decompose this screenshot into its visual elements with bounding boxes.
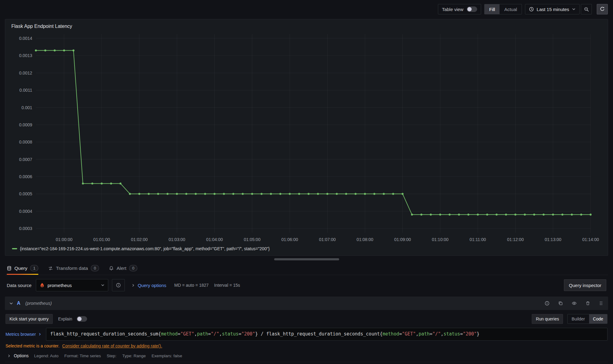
datasource-label: Data source: [7, 283, 32, 288]
max-data-points-text: MD = auto = 1827: [174, 283, 209, 288]
options-label[interactable]: Options: [14, 353, 29, 358]
query-input-row: Metrics browser flask_http_request_durat…: [5, 328, 608, 341]
svg-text:0.0012: 0.0012: [19, 71, 32, 75]
promql-input[interactable]: flask_http_request_duration_seconds_sum{…: [46, 328, 607, 341]
chevron-right-icon: [38, 333, 41, 336]
svg-text:01:07:00: 01:07:00: [319, 237, 336, 242]
query-row-header: A (prometheus): [5, 297, 608, 310]
info-circle-icon: [545, 301, 550, 306]
svg-text:01:05:00: 01:05:00: [244, 237, 261, 242]
tab-query[interactable]: Query 1: [7, 262, 38, 275]
toggle-knob: [77, 317, 82, 321]
builder-button[interactable]: Builder: [568, 314, 589, 324]
svg-text:01:12:00: 01:12:00: [507, 237, 524, 242]
latency-chart[interactable]: 0.00140.00130.00120.00110.0010.00090.000…: [10, 30, 603, 244]
datasource-picker[interactable]: prometheus: [36, 279, 108, 291]
query-options-label: Query options: [138, 283, 166, 288]
svg-text:0.0013: 0.0013: [19, 53, 32, 58]
metrics-browser-toggle[interactable]: Metrics browser: [6, 332, 46, 337]
actual-button[interactable]: Actual: [500, 4, 522, 14]
query-toolbar: Kick start your query Explain Run querie…: [5, 314, 608, 324]
toggle-knob: [467, 7, 472, 11]
tab-query-label: Query: [14, 266, 27, 271]
chevron-right-icon[interactable]: [7, 354, 11, 358]
interval-text: Interval = 15s: [214, 283, 240, 288]
refresh-button[interactable]: [597, 4, 608, 14]
tab-transform-label: Transform data: [56, 266, 88, 271]
legend-item[interactable]: {instance="ec2-184-169-216-224.us-west-1…: [10, 244, 603, 254]
query-warning-info-button[interactable]: [544, 300, 550, 306]
svg-text:01:14:00: 01:14:00: [582, 237, 599, 242]
eye-icon: [572, 301, 577, 306]
options-summary: Legend: AutoFormat: Time seriesStep:Type…: [34, 354, 182, 358]
copy-icon: [558, 301, 563, 306]
counter-warning-text: Selected metric is a counter.: [6, 343, 59, 348]
svg-text:01:09:00: 01:09:00: [394, 237, 411, 242]
datasource-help-button[interactable]: [112, 279, 125, 291]
svg-text:01:11:00: 01:11:00: [469, 237, 486, 242]
svg-text:0.0007: 0.0007: [19, 157, 32, 162]
tab-alert-count: 0: [129, 265, 137, 271]
latency-chart-svg[interactable]: 0.00140.00130.00120.00110.0010.00090.000…: [10, 30, 603, 244]
tab-transform-data[interactable]: Transform data 0: [48, 262, 99, 275]
add-rate-link[interactable]: Consider calculating rate of counter by …: [62, 343, 162, 348]
svg-text:01:10:00: 01:10:00: [432, 237, 449, 242]
run-queries-button[interactable]: Run queries: [532, 314, 563, 324]
explain-toggle[interactable]: [77, 316, 87, 322]
datasource-value: prometheus: [48, 283, 72, 288]
explain-label: Explain: [58, 316, 72, 321]
code-button[interactable]: Code: [589, 314, 607, 324]
chevron-down-icon: [572, 7, 576, 11]
legend-series-label: {instance="ec2-184-169-216-224.us-west-1…: [20, 246, 270, 251]
time-range-label: Last 15 minutes: [537, 7, 569, 12]
database-icon: [7, 266, 12, 271]
editor-tabs: Query 1 Transform data 0 Alert 0: [5, 262, 608, 275]
zoom-out-button[interactable]: [581, 4, 592, 14]
bell-icon: [109, 266, 114, 271]
svg-text:0.0009: 0.0009: [19, 122, 32, 127]
tab-transform-count: 0: [91, 265, 99, 271]
tab-query-count: 1: [30, 265, 38, 271]
fill-button[interactable]: Fill: [485, 4, 500, 14]
table-view-label: Table view: [442, 7, 463, 12]
legend-series-swatch: [12, 248, 17, 249]
svg-text:01:03:00: 01:03:00: [169, 237, 186, 242]
svg-text:0.0011: 0.0011: [19, 88, 32, 93]
tab-alert-label: Alert: [117, 266, 126, 271]
hide-query-button[interactable]: [571, 300, 577, 306]
transform-icon: [48, 266, 53, 271]
collapse-query-chevron-icon[interactable]: [9, 301, 13, 305]
remove-query-button[interactable]: [585, 300, 591, 306]
query-datasource-hint: (prometheus): [25, 301, 52, 306]
duplicate-query-button[interactable]: [557, 300, 564, 306]
svg-text:01:02:00: 01:02:00: [131, 237, 148, 242]
svg-text:0.001: 0.001: [21, 105, 32, 110]
timeseries-panel: Flask App Endpoint Latency 0.00140.00130…: [5, 19, 608, 256]
counter-warning: Selected metric is a counter. Consider c…: [6, 343, 608, 348]
table-view-toggle[interactable]: [467, 6, 477, 12]
kick-start-query-button[interactable]: Kick start your query: [6, 314, 53, 324]
svg-text:01:01:00: 01:01:00: [93, 237, 110, 242]
trash-icon: [585, 301, 590, 306]
info-circle-icon: [116, 283, 121, 288]
drag-handle-icon[interactable]: [598, 300, 604, 306]
svg-text:01:13:00: 01:13:00: [545, 237, 561, 242]
svg-text:0.0006: 0.0006: [19, 174, 32, 179]
time-range-picker[interactable]: Last 15 minutes: [525, 4, 580, 14]
svg-text:01:06:00: 01:06:00: [282, 237, 298, 242]
horizontal-scrollbar[interactable]: [274, 258, 339, 260]
svg-text:01:00:00: 01:00:00: [56, 237, 73, 242]
query-options-toggle[interactable]: Query options: [132, 283, 166, 288]
prometheus-flame-icon: [40, 283, 45, 288]
fill-actual-toggle: Fill Actual: [484, 4, 522, 14]
chevron-down-icon: [101, 283, 105, 287]
tab-alert[interactable]: Alert 0: [109, 262, 137, 275]
datasource-row: Data source prometheus Query options MD …: [5, 279, 608, 292]
builder-code-toggle: Builder Code: [567, 314, 607, 324]
svg-text:0.0005: 0.0005: [19, 191, 32, 196]
panel-editor-toolbar: Table view Fill Actual Last 15 minutes: [0, 0, 613, 18]
svg-text:0.0004: 0.0004: [19, 209, 32, 214]
zoom-out-icon: [584, 7, 589, 12]
query-inspector-button[interactable]: Query inspector: [564, 279, 606, 291]
svg-text:01:08:00: 01:08:00: [357, 237, 374, 242]
